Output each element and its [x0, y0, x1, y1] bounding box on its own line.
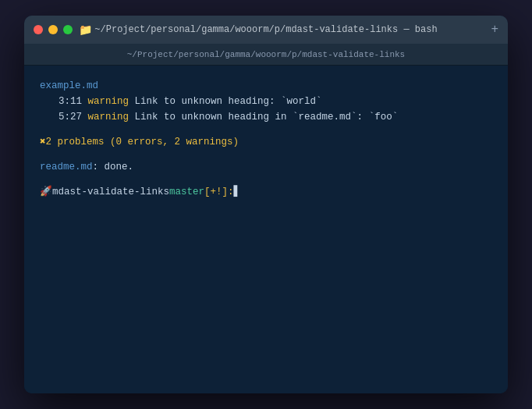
summary-line: ✖ 2 problems (0 errors, 2 warnings) — [40, 134, 492, 150]
folder-icon: 📁 — [79, 23, 92, 37]
line1-keyword: warning — [88, 94, 129, 109]
file1-name: example.md — [40, 78, 98, 94]
new-tab-button[interactable]: + — [491, 23, 498, 36]
minimize-button[interactable] — [48, 25, 58, 34]
rocket-icon: 🚀 — [40, 184, 52, 200]
line2-message: Link to unknown heading in `readme.md`: … — [129, 109, 398, 125]
file1-line: example.md — [40, 78, 492, 94]
prompt-line: 🚀 mdast-validate-links master [+!]: ▋ — [40, 184, 492, 200]
tab-title: ~/Project/personal/gamma/wooorm/p/mdast-… — [127, 50, 405, 59]
terminal-window: 📁 ~/Project/personal/gamma/wooorm/p/mdas… — [24, 16, 508, 393]
tab-bar: ~/Project/personal/gamma/wooorm/p/mdast-… — [24, 44, 508, 66]
line1-message: Link to unknown heading: `world` — [129, 94, 322, 109]
prompt-status: [+!]: — [204, 184, 234, 200]
file2-suffix: : done. — [93, 159, 134, 175]
summary-icon: ✖ — [40, 134, 46, 150]
prompt-directory: mdast-validate-links — [52, 184, 169, 200]
file2-name: readme.md — [40, 159, 93, 175]
line1-position: 3:11 — [59, 94, 82, 109]
line2-keyword: warning — [88, 109, 129, 125]
close-button[interactable] — [34, 25, 43, 34]
prompt-branch: master — [169, 184, 204, 200]
prompt-cursor: ▋ — [234, 184, 240, 200]
warning1-line: 3:11 warning Link to unknown heading: `w… — [40, 94, 492, 109]
summary-text: 2 problems (0 errors, 2 warnings) — [46, 134, 239, 150]
line2-position: 5:27 — [59, 109, 82, 125]
window-title: ~/Project/personal/gamma/wooorm/p/mdast-… — [94, 24, 437, 35]
file2-line: readme.md : done. — [40, 159, 492, 175]
terminal-output[interactable]: example.md 3:11 warning Link to unknown … — [24, 66, 508, 393]
traffic-lights — [34, 25, 73, 34]
maximize-button[interactable] — [63, 25, 73, 34]
titlebar: 📁 ~/Project/personal/gamma/wooorm/p/mdas… — [24, 16, 508, 44]
warning2-line: 5:27 warning Link to unknown heading in … — [40, 109, 492, 125]
